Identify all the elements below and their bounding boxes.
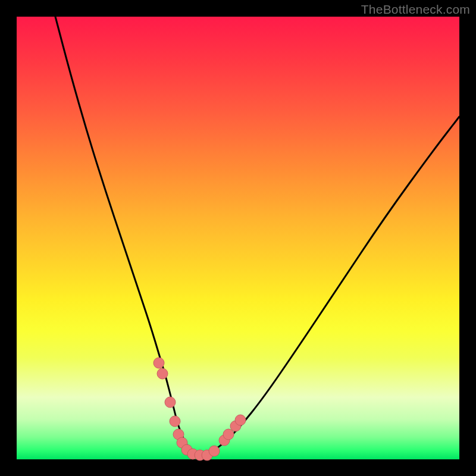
data-point-marker xyxy=(165,397,176,408)
watermark-text: TheBottleneck.com xyxy=(361,2,470,17)
data-point-marker xyxy=(209,446,220,456)
chart-frame: TheBottleneck.com xyxy=(0,0,476,476)
data-point-marker xyxy=(223,429,234,440)
curve-markers xyxy=(154,358,246,461)
bottleneck-curve xyxy=(55,17,459,455)
data-point-marker xyxy=(154,358,164,368)
data-point-marker xyxy=(157,368,168,379)
plot-area xyxy=(17,17,459,459)
curve-svg xyxy=(17,17,459,459)
data-point-marker xyxy=(170,416,180,427)
data-point-marker xyxy=(235,415,246,425)
